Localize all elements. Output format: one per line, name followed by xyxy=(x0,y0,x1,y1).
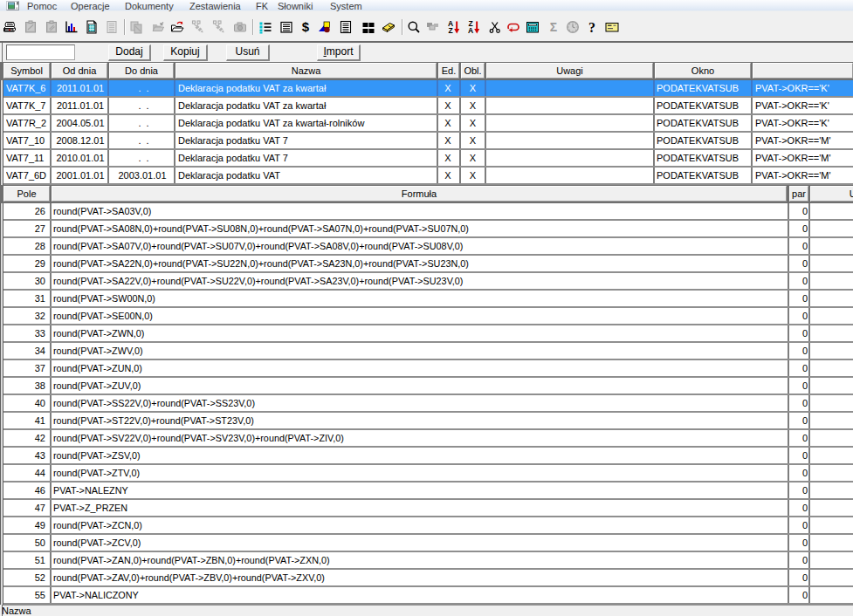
svg-text:$: $ xyxy=(302,20,310,34)
svg-text:Σ: Σ xyxy=(550,20,557,34)
svg-text:?: ? xyxy=(588,20,595,34)
svg-text:A: A xyxy=(468,26,473,34)
svg-text:Z: Z xyxy=(448,26,452,34)
